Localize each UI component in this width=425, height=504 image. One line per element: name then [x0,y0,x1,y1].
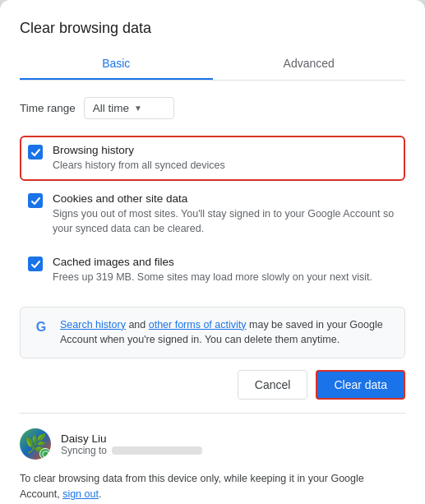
user-row: 🌿 Daisy Liu Syncing to [20,422,405,465]
user-name: Daisy Liu [61,432,202,445]
options-list: Browsing history Clears history from all… [20,134,405,295]
option-browsing-history-title: Browsing history [53,144,225,156]
avatar: 🌿 [20,428,51,460]
sync-bar [112,446,202,455]
cancel-button[interactable]: Cancel [238,370,308,400]
tab-bar: Basic Advanced [20,50,405,81]
checkbox-cached[interactable] [28,257,43,271]
footer-text: To clear browsing data from this device … [20,471,405,502]
tab-basic[interactable]: Basic [20,50,213,80]
info-link-activity[interactable]: other forms of activity [149,319,247,331]
time-range-select[interactable]: All time ▼ [84,97,174,119]
info-link-search[interactable]: Search history [60,319,126,331]
footer-signout-link[interactable]: sign out [62,488,99,500]
sync-badge [39,448,51,460]
checkbox-browsing-history[interactable] [28,145,43,160]
option-browsing-history: Browsing history Clears history from all… [20,136,405,181]
divider [20,413,405,414]
tab-advanced[interactable]: Advanced [213,50,406,80]
checkbox-cookies[interactable] [28,193,43,208]
time-range-label: Time range [20,102,76,114]
clear-data-button[interactable]: Clear data [316,370,405,400]
info-text-middle: and [128,319,148,331]
option-cached-desc: Frees up 319 MB. Some sites may load mor… [53,270,372,284]
option-cached-title: Cached images and files [53,256,372,268]
option-cookies-desc: Signs you out of most sites. You'll stay… [53,206,397,236]
option-cookies-title: Cookies and other site data [53,192,397,205]
sync-label: Syncing to [61,445,107,456]
footer-text-after: . [99,488,101,500]
info-box: G Search history and other forms of acti… [20,307,405,359]
info-box-text: Search history and other forms of activi… [60,317,393,349]
google-g-icon: G [32,318,50,336]
dialog-title: Clear browsing data [20,20,405,37]
time-range-row: Time range All time ▼ [20,94,405,123]
option-cached: Cached images and files Frees up 319 MB.… [20,246,405,294]
user-sync-row: Syncing to [61,445,202,456]
button-row: Cancel Clear data [20,370,405,400]
option-browsing-history-desc: Clears history from all synced devices [53,158,225,173]
time-range-value: All time [93,102,129,114]
option-cookies: Cookies and other site data Signs you ou… [20,183,405,246]
chevron-down-icon: ▼ [134,104,142,113]
clear-browsing-data-dialog: Clear browsing data Basic Advanced Time … [0,0,425,504]
